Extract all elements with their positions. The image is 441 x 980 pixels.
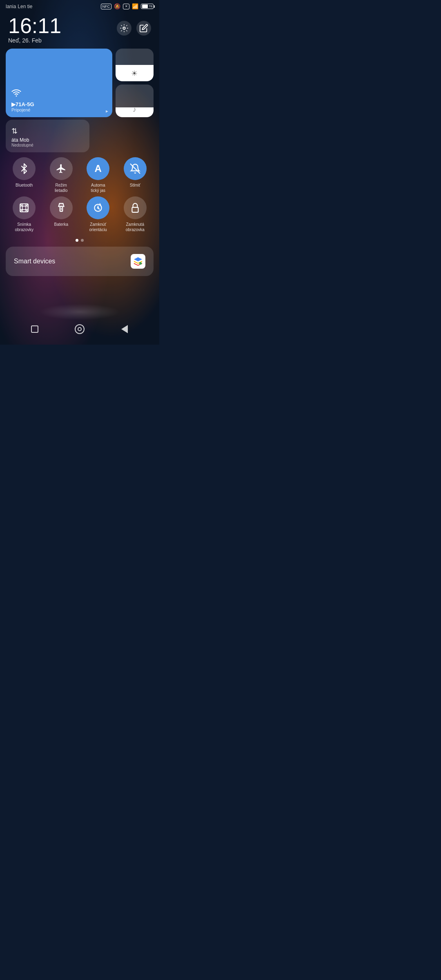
sliders-column: ☀ ♪: [116, 49, 154, 117]
auto-brightness-circle: A: [87, 157, 109, 180]
airplane-circle: [50, 157, 73, 180]
navigation-bar: [0, 316, 159, 345]
lock-icon: [130, 203, 140, 213]
silent-circle: [124, 157, 147, 180]
music-icon: ♪: [133, 105, 136, 114]
mobile-data-tile[interactable]: ⇅ áta Mob Nedostupné: [6, 120, 89, 152]
bell-mute-icon: [130, 163, 140, 174]
mobile-data-name: áta Mob: [11, 137, 84, 143]
smart-devices-label: Smart devices: [14, 258, 55, 265]
wifi-tile-icon: [11, 88, 107, 100]
lock-rotation-toggle[interactable]: Zamknúť orientáciu: [83, 196, 113, 232]
empty-tile-2: [125, 120, 154, 152]
edit-icon: [139, 24, 148, 33]
google-home-logo: [133, 256, 143, 266]
status-left: lania Len tie: [6, 4, 32, 9]
lock-screen-toggle[interactable]: Zamknutá obrazovka: [120, 196, 150, 232]
clock-time: 16:11: [8, 15, 61, 36]
svg-point-1: [16, 96, 17, 97]
notification-text2: Len tie: [18, 4, 32, 9]
auto-brightness-letter: A: [95, 163, 102, 174]
wifi-icon: 📶: [132, 3, 138, 9]
close-icon: ✕: [123, 4, 129, 9]
back-button[interactable]: [116, 320, 134, 338]
svg-point-13: [139, 262, 142, 265]
toggle-grid: Bluetooth Režim lietadlo A Automa tický …: [0, 155, 159, 237]
volume-slider[interactable]: ♪: [116, 85, 154, 117]
airplane-icon: [56, 163, 67, 174]
brightness-settings-button[interactable]: [117, 21, 131, 36]
dot-2: [81, 239, 84, 242]
toggle-row-2: Snímka obrazovky Baterka: [6, 196, 154, 232]
svg-point-0: [123, 27, 125, 29]
nfc-icon: NFC: [101, 4, 112, 9]
brightness-slider[interactable]: ☀: [116, 49, 154, 81]
svg-line-2: [130, 164, 140, 174]
recent-apps-button[interactable]: [26, 320, 44, 338]
clock-date: Neď, 26. Feb: [8, 37, 61, 44]
mobile-data-icon: ⇅: [11, 127, 84, 136]
wifi-signal-icon: [11, 88, 21, 98]
wifi-chevron-icon: ▸: [106, 108, 108, 114]
quick-tiles-row1: ▶71A-5G Pripojené ▸ ☀ ♪: [0, 47, 159, 120]
battery-icon: 78: [141, 4, 154, 9]
wifi-status: Pripojené: [11, 107, 107, 112]
bluetooth-icon: [19, 163, 29, 174]
mute-icon: 🔕: [114, 3, 120, 9]
silent-label: Stlmiť: [130, 183, 140, 188]
airplane-label: Režim lietadlo: [55, 183, 68, 193]
bluetooth-toggle[interactable]: Bluetooth: [9, 157, 39, 193]
clock-left: 16:11 Neď, 26. Feb: [8, 15, 61, 44]
bluetooth-circle: [13, 157, 36, 180]
airplane-toggle[interactable]: Režim lietadlo: [47, 157, 76, 193]
flashlight-circle: [50, 196, 73, 219]
settings-icon: [120, 24, 129, 33]
flashlight-label: Baterka: [54, 222, 68, 227]
lock-screen-label: Zamknutá obrazovka: [126, 222, 145, 232]
bluetooth-label: Bluetooth: [16, 183, 33, 188]
status-bar: lania Len tie NFC 🔕 ✕ 📶 78: [0, 0, 159, 11]
status-right: NFC 🔕 ✕ 📶 78: [101, 3, 154, 9]
wifi-tile[interactable]: ▶71A-5G Pripojené ▸: [6, 49, 112, 117]
edit-button[interactable]: [136, 21, 151, 36]
dot-1: [76, 239, 78, 242]
home-icon: [75, 324, 85, 334]
auto-brightness-label: Automa tický jas: [91, 183, 105, 193]
recent-apps-icon: [31, 325, 38, 333]
quick-tiles-row2: ⇅ áta Mob Nedostupné: [0, 120, 159, 155]
google-home-icon: [131, 254, 145, 269]
empty-tile-1: [93, 120, 122, 152]
toggle-row-1: Bluetooth Režim lietadlo A Automa tický …: [6, 157, 154, 193]
auto-brightness-toggle[interactable]: A Automa tický jas: [83, 157, 113, 193]
mobile-data-status: Nedostupné: [11, 143, 84, 147]
flashlight-toggle[interactable]: Baterka: [47, 196, 76, 232]
svg-rect-12: [132, 207, 138, 212]
svg-point-11: [97, 207, 99, 209]
smart-devices-panel[interactable]: Smart devices: [6, 247, 154, 276]
back-icon: [121, 325, 128, 333]
screenshot-label: Snímka obrazovky: [15, 222, 33, 232]
wifi-ssid: ▶71A-5G: [11, 101, 107, 107]
rotation-lock-icon: [93, 203, 103, 213]
clock-actions: [117, 15, 151, 36]
lock-rotation-circle: [87, 196, 109, 219]
lock-rotation-label: Zamknúť orientáciu: [89, 222, 107, 232]
clock-section: 16:11 Neď, 26. Feb: [0, 11, 159, 47]
pagination-dots: [0, 239, 159, 242]
lock-screen-circle: [124, 196, 147, 219]
screenshot-toggle[interactable]: Snímka obrazovky: [9, 196, 39, 232]
brightness-icon: ☀: [131, 69, 138, 78]
home-icon-inner: [78, 327, 82, 331]
screenshot-circle: [13, 196, 36, 219]
notification-text1: lania: [6, 4, 16, 9]
screenshot-icon: [19, 203, 29, 213]
flashlight-icon: [56, 203, 67, 213]
silent-toggle[interactable]: Stlmiť: [120, 157, 150, 193]
home-button[interactable]: [71, 320, 89, 338]
